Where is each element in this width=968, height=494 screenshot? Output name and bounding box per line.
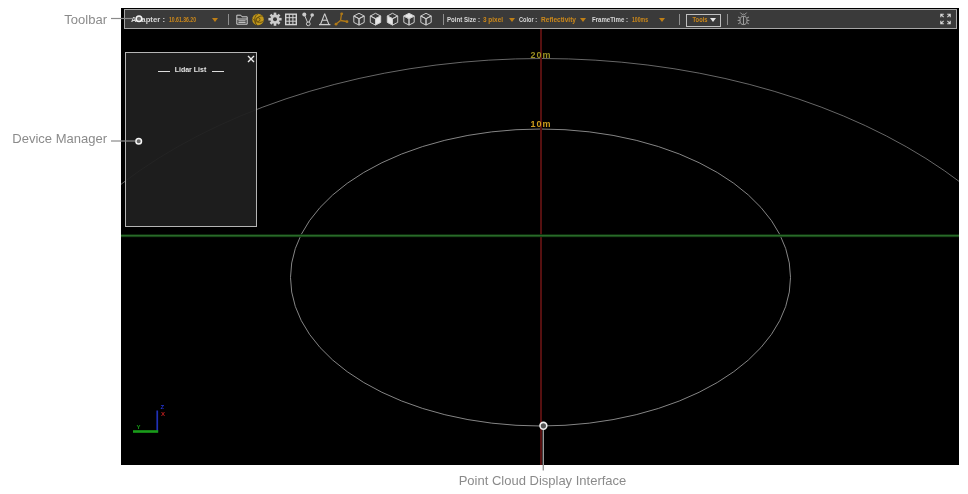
svg-text:Color :: Color : xyxy=(519,16,537,23)
svg-text:10m: 10m xyxy=(530,119,551,129)
svg-text:Tools: Tools xyxy=(693,16,708,23)
svg-text:Adapter :: Adapter : xyxy=(131,16,165,24)
svg-text:Z: Z xyxy=(160,404,164,410)
svg-text:FrameTime :: FrameTime : xyxy=(592,16,628,23)
svg-text:Point Size :: Point Size : xyxy=(447,16,480,23)
svg-text:Reflectivity: Reflectivity xyxy=(541,16,576,24)
svg-text:20m: 20m xyxy=(530,50,551,60)
svg-text:Y: Y xyxy=(137,424,141,430)
svg-text:10.61.36.20: 10.61.36.20 xyxy=(169,16,196,23)
svg-text:100ms: 100ms xyxy=(632,16,648,23)
svg-text:3 pixel: 3 pixel xyxy=(483,16,503,24)
svg-text:X: X xyxy=(161,411,165,417)
